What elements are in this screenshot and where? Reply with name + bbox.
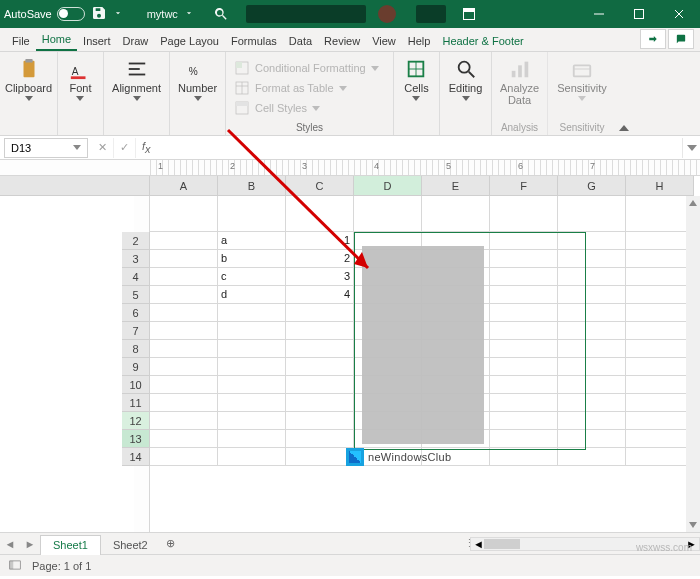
autosave-toggle[interactable]: AutoSave	[4, 7, 85, 21]
cancel-formula-button[interactable]: ✕	[92, 138, 114, 158]
cell-styles-button[interactable]: Cell Styles	[234, 98, 320, 118]
cell-C4[interactable]: 3	[286, 268, 354, 286]
cs-label: Cell Styles	[255, 102, 307, 114]
clipboard-button[interactable]: Clipboard	[0, 56, 58, 103]
page-layout-view-icon[interactable]	[8, 558, 22, 574]
group-number: % Number	[170, 52, 226, 135]
ruler-tick: 5	[446, 161, 451, 171]
title-redacted-2	[416, 5, 446, 23]
sensitivity-button[interactable]: Sensitivity	[551, 56, 613, 103]
row-14[interactable]: 14	[122, 448, 150, 466]
row-7[interactable]: 7	[122, 322, 150, 340]
cell-C5[interactable]: 4	[286, 286, 354, 304]
conditional-formatting-button[interactable]: Conditional Formatting	[234, 58, 379, 78]
sensitivity-group-label: Sensitivity	[548, 122, 616, 133]
analyze-label-2: Data	[508, 94, 531, 106]
grid[interactable]: a1 b2 c3 d4 neWindowsClub	[150, 196, 694, 532]
ribbon-tabs: File Home Insert Draw Page Layou Formula…	[0, 28, 700, 52]
collapse-ribbon-button[interactable]	[616, 52, 632, 135]
name-box[interactable]: D13	[4, 138, 88, 158]
column-headers: A B C D E F G H	[150, 176, 686, 196]
status-bar: Page: 1 of 1	[0, 554, 700, 576]
col-B[interactable]: B	[218, 176, 286, 196]
font-button[interactable]: A Font	[63, 56, 97, 103]
row-2[interactable]: 2	[122, 232, 150, 250]
svg-rect-34	[10, 560, 14, 568]
col-F[interactable]: F	[490, 176, 558, 196]
undo-caret-icon[interactable]	[113, 5, 123, 23]
number-button[interactable]: % Number	[172, 56, 223, 103]
svg-rect-26	[511, 71, 515, 77]
cells-button[interactable]: Cells	[398, 56, 434, 103]
chevron-down-icon	[133, 96, 141, 101]
user-avatar[interactable]	[378, 5, 396, 23]
close-button[interactable]	[662, 0, 696, 28]
row-11[interactable]: 11	[122, 394, 150, 412]
tab-draw[interactable]: Draw	[117, 31, 155, 51]
sheet-tab-1[interactable]: Sheet1	[40, 535, 101, 555]
tab-scroll-left[interactable]: ◄	[0, 534, 20, 554]
save-icon[interactable]	[91, 5, 107, 23]
cell-B2[interactable]: a	[218, 232, 286, 250]
cell-B3[interactable]: b	[218, 250, 286, 268]
doc-caret-icon[interactable]	[184, 5, 194, 23]
sheet-tab-2[interactable]: Sheet2	[101, 535, 160, 555]
comments-button[interactable]	[668, 29, 694, 49]
cell-B5[interactable]: d	[218, 286, 286, 304]
tab-header-footer[interactable]: Header & Footer	[436, 31, 529, 51]
analyze-data-button[interactable]: Analyze Data	[494, 56, 545, 108]
cell-C2[interactable]: 1	[286, 232, 354, 250]
row-9[interactable]: 9	[122, 358, 150, 376]
row-12[interactable]: 12	[122, 412, 150, 430]
formula-input[interactable]	[157, 138, 682, 158]
inserted-object[interactable]	[362, 246, 484, 444]
chevron-down-icon	[73, 145, 81, 150]
analyze-label-1: Analyze	[500, 82, 539, 94]
col-C[interactable]: C	[286, 176, 354, 196]
page-indicator: Page: 1 of 1	[32, 560, 91, 572]
maximize-button[interactable]	[622, 0, 656, 28]
search-icon[interactable]	[210, 4, 232, 24]
row-3[interactable]: 3	[122, 250, 150, 268]
vertical-scrollbar[interactable]	[686, 196, 700, 532]
tab-insert[interactable]: Insert	[77, 31, 117, 51]
tab-home[interactable]: Home	[36, 29, 77, 51]
fat-label: Format as Table	[255, 82, 334, 94]
share-button[interactable]	[640, 29, 666, 49]
col-G[interactable]: G	[558, 176, 626, 196]
col-E[interactable]: E	[422, 176, 490, 196]
row-8[interactable]: 8	[122, 340, 150, 358]
horizontal-ruler: 1 2 3 4 5 6 7	[0, 160, 700, 176]
row-10[interactable]: 10	[122, 376, 150, 394]
chevron-down-icon	[194, 96, 202, 101]
tab-file[interactable]: File	[6, 31, 36, 51]
editing-button[interactable]: Editing	[443, 56, 489, 103]
tab-page-layout[interactable]: Page Layou	[154, 31, 225, 51]
name-box-value: D13	[11, 142, 31, 154]
col-H[interactable]: H	[626, 176, 694, 196]
format-as-table-button[interactable]: Format as Table	[234, 78, 347, 98]
tab-formulas[interactable]: Formulas	[225, 31, 283, 51]
tab-review[interactable]: Review	[318, 31, 366, 51]
cell-C3[interactable]: 2	[286, 250, 354, 268]
tab-view[interactable]: View	[366, 31, 402, 51]
row-6[interactable]: 6	[122, 304, 150, 322]
select-all-corner[interactable]	[0, 176, 150, 196]
col-A[interactable]: A	[150, 176, 218, 196]
row-4[interactable]: 4	[122, 268, 150, 286]
add-sheet-button[interactable]: ⊕	[160, 534, 182, 554]
enter-formula-button[interactable]: ✓	[114, 138, 136, 158]
fx-icon[interactable]: fx	[136, 140, 157, 155]
row-5[interactable]: 5	[122, 286, 150, 304]
ribbon-display-icon[interactable]	[452, 0, 486, 28]
expand-formula-bar-button[interactable]	[682, 138, 700, 158]
col-D[interactable]: D	[354, 176, 422, 196]
cell-B4[interactable]: c	[218, 268, 286, 286]
tab-scroll-right[interactable]: ►	[20, 534, 40, 554]
alignment-button[interactable]: Alignment	[106, 56, 167, 103]
minimize-button[interactable]	[582, 0, 616, 28]
tab-help[interactable]: Help	[402, 31, 437, 51]
row-13[interactable]: 13	[122, 430, 150, 448]
tab-data[interactable]: Data	[283, 31, 318, 51]
scroll-thumb[interactable]	[484, 539, 520, 549]
